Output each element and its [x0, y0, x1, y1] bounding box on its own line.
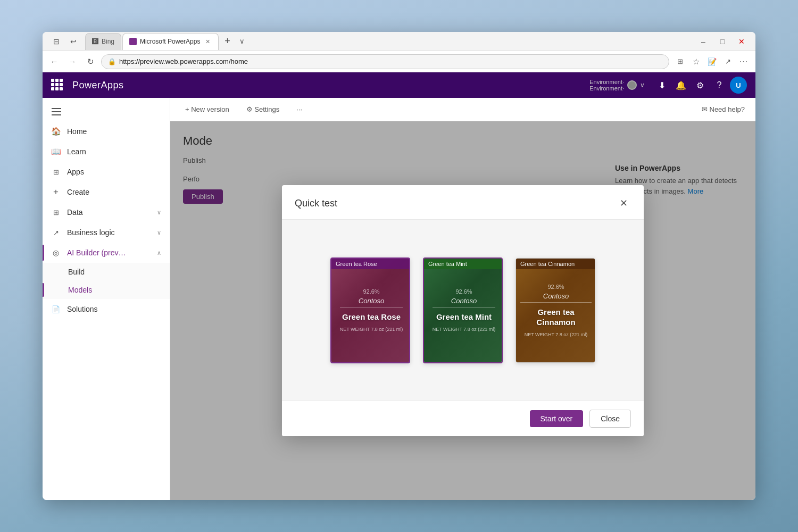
- mint-confidence: 92.6%: [433, 288, 496, 295]
- env-label: Environment·: [589, 79, 624, 85]
- more-options-btn[interactable]: ···: [292, 103, 306, 115]
- app-container: PowerApps Environment· Environment· ∨ ⬇ …: [43, 72, 755, 500]
- mint-brand: Contoso: [433, 297, 496, 307]
- powerapps-tab-label: Microsoft PowerApps: [140, 38, 200, 45]
- build-label: Build: [68, 268, 85, 276]
- waffle-icon[interactable]: [51, 79, 64, 92]
- tab-close-btn[interactable]: ✕: [203, 37, 212, 46]
- mint-weight: NET WEIGHT 7.8 oz (221 ml): [433, 327, 496, 332]
- sidebar-item-create[interactable]: + Create: [43, 182, 170, 202]
- sidebar-item-ai-builder[interactable]: ◎ AI Builder (prev… ∧: [43, 243, 170, 263]
- mint-image-area: 92.6% Contoso Green tea Mint NET WEIGHT …: [424, 259, 503, 362]
- mint-label-tag: Green tea Mint: [424, 259, 502, 269]
- environment-selector[interactable]: Environment· Environment· ∨: [589, 79, 645, 92]
- tab-powerapps[interactable]: Microsoft PowerApps ✕: [122, 33, 219, 50]
- cinnamon-label-tag: Green tea Cinnamon: [516, 259, 595, 269]
- business-logic-icon: ↗: [51, 228, 61, 237]
- content-body: Mode Publish Perfo Publish Use in PowerA…: [170, 121, 755, 500]
- modal-body: Green tea Rose 92.6% Contoso Green tea R…: [282, 220, 644, 401]
- sidebar-item-business-logic[interactable]: ↗ Business logic ∨: [43, 222, 170, 243]
- favorites-btn[interactable]: ☆: [688, 54, 703, 69]
- browser-titlebar: ⊟ ↩ 🅱 Bing Microsoft PowerApps ✕ + ∨ – □…: [43, 32, 755, 51]
- quick-test-modal: Quick test ✕ Green tea Rose: [282, 185, 644, 436]
- create-icon: +: [51, 187, 61, 197]
- learn-icon: 📖: [51, 147, 61, 156]
- need-help-btn[interactable]: ✉ Need help?: [702, 105, 745, 113]
- sidebar-item-home[interactable]: 🏠 Home: [43, 121, 170, 142]
- solutions-icon: 📄: [51, 304, 61, 314]
- address-text: https://preview.web.powerapps.com/home: [119, 57, 248, 65]
- cinnamon-name: Green tea Cinnamon: [520, 307, 592, 328]
- share-btn[interactable]: ↗: [720, 54, 735, 69]
- create-label: Create: [67, 188, 89, 196]
- ai-builder-chevron-icon: ∧: [157, 250, 161, 256]
- business-logic-chevron-icon: ∨: [157, 229, 161, 236]
- rose-confidence: 92.6%: [340, 288, 403, 295]
- browser-history-btn[interactable]: ↩: [66, 34, 81, 49]
- product-card-rose[interactable]: Green tea Rose 92.6% Contoso Green tea R…: [330, 257, 410, 363]
- user-avatar[interactable]: U: [730, 77, 747, 94]
- tabs-bar: 🅱 Bing Microsoft PowerApps ✕ + ∨: [85, 33, 692, 50]
- bing-favicon: 🅱: [92, 38, 98, 45]
- close-window-button[interactable]: ✕: [734, 34, 749, 49]
- modal-title: Quick test: [295, 198, 337, 209]
- cinnamon-tag-text: Green tea Cinnamon: [520, 261, 575, 267]
- refresh-button[interactable]: ↻: [83, 54, 98, 69]
- modal-close-button[interactable]: ✕: [616, 196, 631, 211]
- data-icon: ⊞: [51, 207, 61, 217]
- rose-can-content: 92.6% Contoso Green tea Rose NET WEIGHT …: [336, 284, 408, 336]
- product-card-mint[interactable]: Green tea Mint 92.6% Contoso Green tea M…: [423, 257, 503, 363]
- data-label: Data: [67, 208, 83, 217]
- browser-icon-btn[interactable]: ⊟: [49, 34, 64, 49]
- product-card-cinnamon[interactable]: Green tea Cinnamon 92.6% Contoso Green t…: [516, 258, 595, 363]
- sidebar-item-learn[interactable]: 📖 Learn: [43, 142, 170, 162]
- mint-name: Green tea Mint: [433, 312, 496, 322]
- more-browser-btn[interactable]: ···: [736, 54, 751, 69]
- sidebar-item-solutions[interactable]: 📄 Solutions: [43, 299, 170, 319]
- home-icon: 🏠: [51, 127, 61, 136]
- bing-tab-label: Bing: [102, 38, 114, 45]
- rose-label-tag: Green tea Rose: [331, 259, 409, 269]
- download-button[interactable]: ⬇: [653, 77, 670, 94]
- back-button[interactable]: ←: [47, 54, 62, 69]
- modal-overlay: Quick test ✕ Green tea Rose: [170, 121, 755, 500]
- rose-tag-text: Green tea Rose: [336, 261, 377, 267]
- tab-dropdown-btn[interactable]: ∨: [235, 34, 250, 49]
- tab-bing[interactable]: 🅱 Bing: [85, 33, 121, 50]
- extensions-btn[interactable]: ⊞: [672, 54, 687, 69]
- app-title: PowerApps: [72, 80, 124, 91]
- new-version-button[interactable]: + New version: [181, 103, 234, 115]
- content-toolbar: + New version ⚙ Settings ··· ✉ Need help…: [170, 98, 755, 121]
- ai-builder-subitems: Build Models: [43, 263, 170, 299]
- help-button[interactable]: ?: [711, 77, 728, 94]
- sidebar-item-apps[interactable]: ⊞ Apps: [43, 162, 170, 182]
- cinnamon-image-area: 92.6% Contoso Green tea Cinnamon NET WEI…: [516, 259, 595, 362]
- sidebar-subitem-models[interactable]: Models: [43, 281, 170, 299]
- lock-icon: 🔒: [108, 58, 116, 65]
- mint-can-content: 92.6% Contoso Green tea Mint NET WEIGHT …: [428, 284, 500, 336]
- settings-button[interactable]: ⚙: [692, 77, 709, 94]
- home-label: Home: [67, 127, 87, 136]
- browser-window: ⊟ ↩ 🅱 Bing Microsoft PowerApps ✕ + ∨ – □…: [43, 32, 755, 500]
- start-over-button[interactable]: Start over: [530, 410, 584, 427]
- browser-toolbar: ← → ↻ 🔒 https://preview.web.powerapps.co…: [43, 51, 755, 72]
- close-button[interactable]: Close: [589, 410, 631, 428]
- minimize-button[interactable]: –: [696, 34, 711, 49]
- add-tab-button[interactable]: +: [220, 34, 235, 49]
- learn-label: Learn: [67, 147, 86, 156]
- ai-builder-label: AI Builder (prev…: [67, 248, 126, 257]
- notifications-button[interactable]: 🔔: [672, 77, 689, 94]
- settings-btn[interactable]: ⚙ Settings: [242, 103, 284, 115]
- sidebar-item-data[interactable]: ⊞ Data ∨: [43, 202, 170, 222]
- modal-footer: Start over Close: [282, 401, 644, 436]
- address-bar[interactable]: 🔒 https://preview.web.powerapps.com/home: [101, 54, 669, 69]
- sidebar-toggle-button[interactable]: [47, 102, 66, 121]
- content-area: + New version ⚙ Settings ··· ✉ Need help…: [170, 98, 755, 500]
- apps-icon: ⊞: [51, 167, 61, 177]
- forward-button[interactable]: →: [65, 54, 80, 69]
- rose-brand: Contoso: [340, 297, 403, 307]
- solutions-label: Solutions: [67, 305, 98, 313]
- maximize-button[interactable]: □: [715, 34, 730, 49]
- reading-list-btn[interactable]: 📝: [704, 54, 719, 69]
- sidebar-subitem-build[interactable]: Build: [43, 263, 170, 281]
